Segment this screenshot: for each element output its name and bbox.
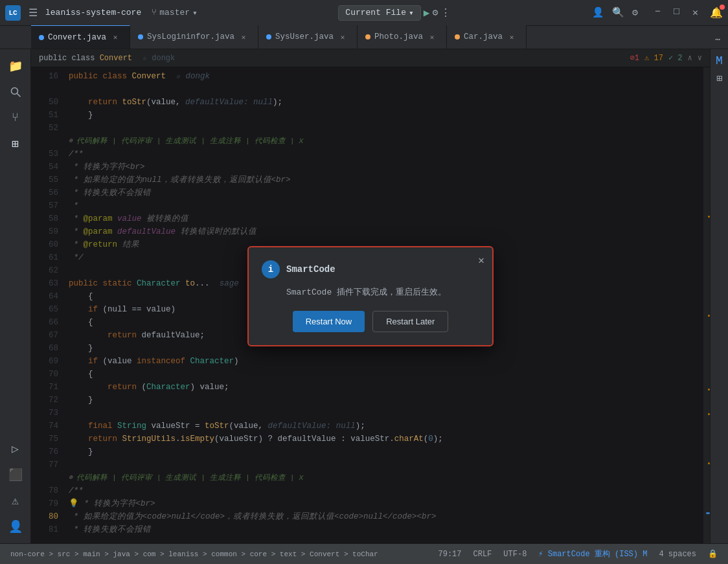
tab-label: Car.java — [464, 32, 503, 41]
tab-close-sysuser[interactable]: ✕ — [337, 32, 348, 42]
side-icons: M ⊞ — [710, 49, 728, 543]
status-bar-right: 79:17 CRLF UTF-8 ⚡ SmartCode 重构 (ISS) M … — [436, 547, 721, 561]
status-bar: non-core > src > main > java > com > lea… — [0, 543, 728, 564]
side-plugin-icon[interactable]: ⊞ — [716, 73, 722, 85]
smartcode-status[interactable]: ⚡ SmartCode 重构 (ISS) M — [536, 547, 650, 561]
title-bar-left: LC ☰ leaniss-system-core ⑂ master ▾ — [5, 4, 198, 22]
current-file-button[interactable]: Current File ▾ — [338, 5, 420, 21]
debug-button[interactable]: ⚙ — [432, 6, 438, 19]
title-bar: LC ☰ leaniss-system-core ⑂ master ▾ Curr… — [0, 0, 728, 26]
window-buttons: − □ ✕ — [651, 5, 702, 20]
tab-dot — [39, 35, 44, 40]
settings-icon[interactable]: ⚙ — [632, 6, 638, 19]
tab-car[interactable]: Car.java ✕ — [447, 25, 527, 49]
restart-now-button[interactable]: Restart Now — [293, 311, 365, 332]
activity-problems[interactable]: ⚠ — [4, 489, 27, 512]
notification-dialog: i SmartCode ✕ SmartCode 插件下载完成，重启后生效。 Re… — [247, 246, 494, 346]
activity-run[interactable]: ▷ — [4, 437, 27, 460]
title-bar-actions: 👤 🔍 ⚙ − □ ✕ 🔔 — [592, 5, 723, 20]
main-layout: 📁 ⑂ ⊞ ▷ ⬛ ⚠ 👤 public class Convert ⬦ don… — [0, 49, 728, 543]
activity-profile[interactable]: 👤 — [4, 515, 27, 538]
current-file-chevron: ▾ — [409, 8, 414, 18]
activity-bar: 📁 ⑂ ⊞ ▷ ⬛ ⚠ 👤 — [0, 49, 31, 543]
project-name: leaniss-system-core — [45, 8, 141, 17]
branch-info[interactable]: ⑂ master ▾ — [152, 8, 198, 18]
breadcrumb[interactable]: non-core > src > main > java > com > lea… — [8, 549, 381, 559]
minimize-button[interactable]: − — [651, 5, 665, 20]
line-ending[interactable]: CRLF — [471, 548, 495, 560]
branch-name: master — [159, 8, 190, 17]
activity-git[interactable]: ⑂ — [4, 106, 27, 130]
activity-explorer[interactable]: 📁 — [4, 54, 27, 78]
tab-bar: Convert.java ✕ SysLogininfor.java ✕ SysU… — [0, 26, 728, 49]
tab-more-button[interactable]: ⋯ — [707, 30, 728, 49]
maximize-button[interactable]: □ — [670, 5, 683, 20]
notification-icon: i — [262, 260, 280, 278]
svg-line-1 — [17, 94, 20, 97]
notification-bell[interactable]: 🔔 — [710, 6, 723, 19]
notification-badge — [720, 5, 725, 10]
lock-icon[interactable]: 🔒 — [705, 548, 720, 560]
tab-sysuser[interactable]: SysUser.java ✕ — [258, 25, 358, 49]
notification-title: SmartCode — [286, 264, 336, 275]
notification-overlay: i SmartCode ✕ SmartCode 插件下载完成，重启后生效。 Re… — [31, 49, 710, 543]
title-bar-center: Current File ▾ ▶ ⚙ ⋮ — [201, 5, 588, 21]
notification-message: SmartCode 插件下载完成，重启后生效。 — [286, 286, 479, 298]
tab-label: Convert.java — [48, 33, 106, 42]
cursor-position[interactable]: 79:17 — [436, 548, 464, 560]
tab-syslogininfor[interactable]: SysLogininfor.java ✕ — [130, 25, 258, 49]
notification-buttons: Restart Now Restart Later — [262, 311, 479, 332]
tab-close-convert[interactable]: ✕ — [110, 32, 120, 43]
tab-dot — [365, 34, 370, 39]
tab-label: SysLogininfor.java — [147, 32, 234, 41]
tab-close-photo[interactable]: ✕ — [427, 32, 437, 42]
tab-label: Photo.java — [374, 32, 423, 41]
notification-close-button[interactable]: ✕ — [478, 254, 484, 267]
restart-later-button[interactable]: Restart Later — [372, 311, 448, 332]
tab-convert-java[interactable]: Convert.java ✕ — [31, 25, 130, 49]
tab-photo[interactable]: Photo.java ✕ — [358, 25, 447, 49]
close-button[interactable]: ✕ — [688, 5, 702, 20]
spaces-setting[interactable]: 4 spaces — [656, 548, 699, 560]
editor-area: public class Convert ⬦ dongk ⊘1 ⚠ 17 ✓ 2… — [31, 49, 710, 543]
profile-icon[interactable]: 👤 — [592, 6, 604, 19]
branch-chevron: ▾ — [192, 8, 198, 18]
more-options-button[interactable]: ⋮ — [440, 6, 451, 19]
side-smartcode-icon[interactable]: M — [716, 54, 723, 67]
activity-search[interactable] — [4, 80, 27, 104]
hamburger-menu[interactable]: ☰ — [26, 4, 40, 22]
tab-label: SysUser.java — [275, 32, 334, 41]
tab-close-syslog[interactable]: ✕ — [238, 32, 249, 42]
tab-close-car[interactable]: ✕ — [506, 32, 517, 42]
encoding[interactable]: UTF-8 — [501, 548, 529, 560]
notification-header: i SmartCode ✕ — [262, 260, 479, 278]
run-button[interactable]: ▶ — [424, 6, 430, 19]
activity-terminal[interactable]: ⬛ — [4, 463, 27, 486]
current-file-label: Current File — [345, 8, 406, 17]
tab-dot — [138, 34, 143, 39]
tab-dot — [266, 34, 271, 39]
git-icon: ⑂ — [152, 8, 157, 17]
app-logo: LC — [5, 5, 21, 21]
search-icon[interactable]: 🔍 — [612, 6, 624, 19]
tab-dot — [455, 34, 460, 39]
activity-plugins[interactable]: ⊞ — [4, 132, 27, 155]
